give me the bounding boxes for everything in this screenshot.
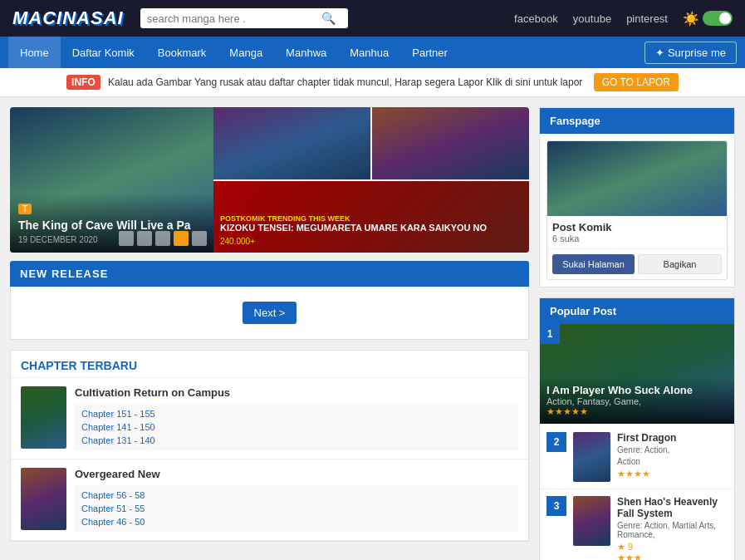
nav-partner[interactable]: Partner [400, 37, 459, 68]
chapter-link-2-1[interactable]: Chapter 56 - 58 [81, 489, 512, 502]
popular-genre-3: Genre: Action, Martial Arts, Romance, [617, 521, 728, 539]
dot-3[interactable] [155, 231, 170, 246]
popular-info-2: First Dragon Genre: Action, Action ★★★★ [617, 432, 728, 479]
popular-item-1[interactable]: 1 I Am Player Who Suck Alone Action, Fan… [540, 324, 734, 424]
popular-stars-3: ★ 9 [617, 542, 728, 553]
nav-manhwa[interactable]: Manhwa [274, 37, 338, 68]
theme-toggle: ☀️ [683, 11, 733, 27]
manga-item-1: Cultivation Return on Campus Chapter 151… [11, 378, 528, 459]
header-links: facebook youtube pinterest ☀️ [514, 11, 733, 27]
popular-thumb-3 [573, 496, 610, 546]
chapter-link-1-2[interactable]: Chapter 141 - 150 [81, 420, 512, 434]
manga-title-1[interactable]: Cultivation Return on Campus [75, 386, 518, 399]
hero-side-grid: POSTKOMIK TRENDING THIS WEEK KIZOKU TENS… [213, 107, 529, 253]
popular-rank-2: 2 [546, 432, 566, 452]
lapor-button[interactable]: GO TO LAPOR [594, 73, 679, 91]
manga-thumb-1[interactable] [21, 386, 66, 449]
popular-item-1-title: I Am Player Who Suck Alone [546, 384, 728, 396]
chapter-link-1-1[interactable]: Chapter 151 - 155 [81, 407, 512, 420]
fanspage-header: Fanspage [540, 108, 734, 134]
new-release-content: Next > [10, 287, 529, 340]
manga-info-2: Overgeared New Chapter 56 - 58 Chapter 5… [75, 468, 518, 532]
search-icon: 🔍 [321, 12, 336, 25]
dot-2[interactable] [137, 231, 152, 246]
popular-post-section: Popular Post 1 I Am Player Who Suck Alon… [539, 297, 735, 560]
nav-daftar-komik[interactable]: Daftar Komik [61, 37, 146, 68]
nav-right: ✦ Surprise me [645, 42, 737, 64]
hero-banner-overlay: POSTKOMIK TRENDING THIS WEEK KIZOKU TENS… [213, 181, 529, 253]
fanspage-card: Post Komik 6 suka Sukai Halaman Bagikan [546, 140, 728, 280]
manga-item-2: Overgeared New Chapter 56 - 58 Chapter 5… [11, 459, 528, 541]
nav-manhua[interactable]: Manhua [338, 37, 400, 68]
popular-title-2: First Dragon [617, 432, 728, 444]
popular-genre-2b: Action [617, 457, 728, 466]
next-button[interactable]: Next > [243, 302, 297, 324]
hero-main-slide[interactable]: T The King of Cave Will Live a Pa 19 DEC… [10, 107, 213, 253]
hero-dots [119, 231, 207, 246]
sukai-halaman-button[interactable]: Sukai Halaman [552, 254, 635, 274]
bagikan-button[interactable]: Bagikan [638, 254, 722, 274]
popular-stars-3b: ★★★ [617, 553, 728, 560]
dot-5[interactable] [192, 231, 207, 246]
fanspage-card-info: Post Komik 6 suka [547, 216, 727, 248]
fanspage-section: Fanspage Post Komik 6 suka Sukai Halaman… [539, 107, 735, 287]
right-column: Fanspage Post Komik 6 suka Sukai Halaman… [539, 107, 735, 560]
chapter-terbaru-section: CHAPTER TERBARU Cultivation Return on Ca… [10, 350, 529, 542]
popular-item-1-overlay: I Am Player Who Suck Alone Action, Fanta… [540, 377, 734, 424]
pinterest-link[interactable]: pinterest [626, 12, 668, 25]
chapter-link-2-2[interactable]: Chapter 51 - 55 [81, 502, 512, 515]
nav-manga[interactable]: Manga [218, 37, 274, 68]
popular-genre-2: Genre: Action, [617, 445, 728, 454]
hero-side-item-1[interactable] [213, 107, 370, 179]
popular-stars-2: ★★★★ [617, 469, 728, 479]
hero-tag: T [18, 204, 32, 214]
popular-info-3: Shen Hao's Heavenly Fall System Genre: A… [617, 496, 728, 560]
popular-post-header: Popular Post [540, 298, 734, 324]
header: MACINASAI 🔍 facebook youtube pinterest ☀… [0, 0, 745, 37]
chapter-terbaru-header: CHAPTER TERBARU [11, 351, 528, 378]
nav-home[interactable]: Home [8, 37, 61, 68]
popular-score-3: 9 [628, 542, 633, 552]
fanspage-card-actions: Sukai Halaman Bagikan [547, 248, 727, 279]
nav-bookmark[interactable]: Bookmark [146, 37, 218, 68]
popular-item-2[interactable]: 2 First Dragon Genre: Action, Action ★★★… [540, 425, 734, 489]
hero-slider: T The King of Cave Will Live a Pa 19 DEC… [10, 107, 529, 253]
popular-item-1-genre: Action, Fantasy, Game, [546, 396, 728, 406]
chapter-list-2: Chapter 56 - 58 Chapter 51 - 55 Chapter … [75, 485, 518, 532]
new-release-header: NEW RELEASE [10, 261, 529, 287]
chapter-link-2-3[interactable]: Chapter 46 - 50 [81, 515, 512, 528]
dark-mode-toggle[interactable] [703, 11, 733, 26]
hero-banner[interactable]: POSTKOMIK TRENDING THIS WEEK KIZOKU TENS… [213, 181, 529, 253]
manga-title-2[interactable]: Overgeared New [75, 468, 518, 480]
popular-rank-1: 1 [540, 324, 560, 344]
chapter-list-1: Chapter 151 - 155 Chapter 141 - 150 Chap… [75, 404, 518, 450]
popular-title-3: Shen Hao's Heavenly Fall System [617, 496, 728, 519]
new-release-section: NEW RELEASE Next > [10, 261, 529, 340]
banner-label: POSTKOMIK TRENDING THIS WEEK [220, 214, 522, 223]
dot-1[interactable] [119, 231, 134, 246]
fanspage-content: Post Komik 6 suka Sukai Halaman Bagikan [540, 134, 734, 287]
left-column: T The King of Cave Will Live a Pa 19 DEC… [10, 107, 529, 560]
hero-side-item-2[interactable] [372, 107, 529, 179]
site-logo: MACINASAI [12, 7, 124, 29]
facebook-link[interactable]: facebook [514, 12, 558, 25]
fanspage-card-sub: 6 suka [552, 233, 722, 243]
fanspage-card-title: Post Komik [552, 221, 722, 233]
youtube-link[interactable]: youtube [573, 12, 611, 25]
nav-bar: Home Daftar Komik Bookmark Manga Manhwa … [0, 37, 745, 68]
main-container: T The King of Cave Will Live a Pa 19 DEC… [0, 97, 745, 560]
search-box: 🔍 [140, 8, 348, 28]
banner-title: KIZOKU TENSEI: MEGUMARETA UMARE KARA SAI… [220, 223, 522, 233]
sun-icon: ☀️ [683, 11, 699, 27]
popular-thumb-2 [573, 432, 610, 482]
popular-item-3[interactable]: 3 Shen Hao's Heavenly Fall System Genre:… [540, 489, 734, 560]
dot-4-active[interactable] [174, 231, 189, 246]
info-badge: INFO [66, 75, 100, 90]
manga-thumb-2[interactable] [21, 468, 66, 530]
chapter-link-1-3[interactable]: Chapter 131 - 140 [81, 434, 512, 447]
banner-count: 240.000+ [220, 237, 522, 246]
search-input[interactable] [147, 12, 321, 25]
surprise-button[interactable]: ✦ Surprise me [645, 42, 737, 64]
fanspage-card-image [547, 141, 727, 216]
star-icon: ★ [617, 542, 625, 552]
